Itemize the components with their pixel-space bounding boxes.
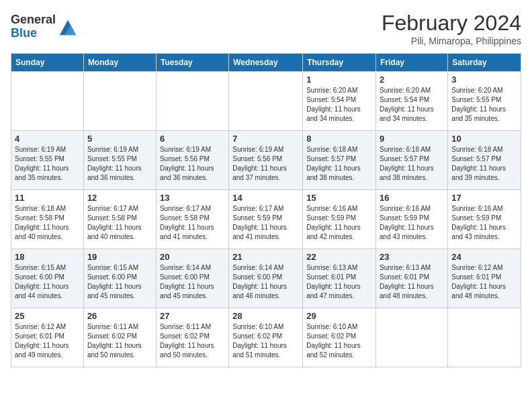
day-info: Sunrise: 6:20 AM Sunset: 5:55 PM Dayligh… [451,86,517,124]
day-info: Sunrise: 6:15 AM Sunset: 6:00 PM Dayligh… [15,263,80,301]
header-wednesday: Wednesday [229,54,303,72]
header-thursday: Thursday [303,54,376,72]
day-number: 27 [160,311,225,321]
day-info: Sunrise: 6:10 AM Sunset: 6:02 PM Dayligh… [232,322,299,360]
header-row: SundayMondayTuesdayWednesdayThursdayFrid… [11,54,521,72]
logo-icon [58,17,77,36]
day-number: 12 [87,193,152,203]
day-info: Sunrise: 6:19 AM Sunset: 5:55 PM Dayligh… [87,145,152,183]
day-number: 16 [380,193,444,203]
day-info: Sunrise: 6:16 AM Sunset: 5:59 PM Dayligh… [451,204,517,242]
day-number: 28 [232,311,299,321]
day-info: Sunrise: 6:17 AM Sunset: 5:58 PM Dayligh… [87,204,152,242]
day-info: Sunrise: 6:16 AM Sunset: 5:59 PM Dayligh… [306,204,372,242]
calendar-cell: 2Sunrise: 6:20 AM Sunset: 5:54 PM Daylig… [376,72,448,131]
day-number: 2 [380,75,444,85]
page-header: General Blue February 2024 Pili, Mimarop… [11,11,521,46]
day-info: Sunrise: 6:17 AM Sunset: 5:58 PM Dayligh… [160,204,225,242]
calendar-cell: 23Sunrise: 6:13 AM Sunset: 6:01 PM Dayli… [376,249,448,308]
day-info: Sunrise: 6:13 AM Sunset: 6:01 PM Dayligh… [380,263,444,301]
day-info: Sunrise: 6:20 AM Sunset: 5:54 PM Dayligh… [306,86,372,124]
logo-general: General [11,13,56,27]
calendar-cell [83,72,156,131]
logo-blue: Blue [11,27,56,40]
day-number: 3 [451,75,517,85]
day-number: 5 [87,134,152,144]
calendar-cell: 9Sunrise: 6:18 AM Sunset: 5:57 PM Daylig… [376,131,448,190]
logo: General Blue [11,13,77,40]
header-monday: Monday [83,54,156,72]
calendar-cell: 3Sunrise: 6:20 AM Sunset: 5:55 PM Daylig… [448,72,521,131]
calendar-cell: 29Sunrise: 6:10 AM Sunset: 6:02 PM Dayli… [303,308,376,367]
day-number: 14 [232,193,299,203]
day-info: Sunrise: 6:12 AM Sunset: 6:01 PM Dayligh… [15,322,80,360]
header-sunday: Sunday [11,54,84,72]
calendar-cell: 10Sunrise: 6:18 AM Sunset: 5:57 PM Dayli… [448,131,521,190]
day-info: Sunrise: 6:11 AM Sunset: 6:02 PM Dayligh… [160,322,225,360]
title-area: February 2024 Pili, Mimaropa, Philippine… [382,11,521,46]
header-tuesday: Tuesday [156,54,228,72]
day-number: 7 [232,134,299,144]
calendar-cell: 5Sunrise: 6:19 AM Sunset: 5:55 PM Daylig… [83,131,156,190]
calendar-cell: 8Sunrise: 6:18 AM Sunset: 5:57 PM Daylig… [303,131,376,190]
day-number: 4 [15,134,80,144]
calendar-cell: 12Sunrise: 6:17 AM Sunset: 5:58 PM Dayli… [83,190,156,249]
calendar-cell [156,72,228,131]
day-number: 26 [87,311,152,321]
day-number: 29 [306,311,372,321]
calendar-cell: 27Sunrise: 6:11 AM Sunset: 6:02 PM Dayli… [156,308,228,367]
day-info: Sunrise: 6:11 AM Sunset: 6:02 PM Dayligh… [87,322,152,360]
day-number: 20 [160,252,225,262]
calendar-cell: 13Sunrise: 6:17 AM Sunset: 5:58 PM Dayli… [156,190,228,249]
calendar-cell: 21Sunrise: 6:14 AM Sunset: 6:00 PM Dayli… [229,249,303,308]
calendar-cell: 28Sunrise: 6:10 AM Sunset: 6:02 PM Dayli… [229,308,303,367]
calendar-week-5: 25Sunrise: 6:12 AM Sunset: 6:01 PM Dayli… [11,308,521,367]
day-number: 18 [15,252,80,262]
day-number: 25 [15,311,80,321]
day-info: Sunrise: 6:16 AM Sunset: 5:59 PM Dayligh… [380,204,444,242]
calendar-cell [376,308,448,367]
day-number: 9 [380,134,444,144]
header-saturday: Saturday [448,54,521,72]
calendar-week-1: 1Sunrise: 6:20 AM Sunset: 5:54 PM Daylig… [11,72,521,131]
day-info: Sunrise: 6:13 AM Sunset: 6:01 PM Dayligh… [306,263,372,301]
day-info: Sunrise: 6:18 AM Sunset: 5:57 PM Dayligh… [306,145,372,183]
calendar-cell: 16Sunrise: 6:16 AM Sunset: 5:59 PM Dayli… [376,190,448,249]
day-info: Sunrise: 6:14 AM Sunset: 6:00 PM Dayligh… [232,263,299,301]
calendar-cell [229,72,303,131]
day-number: 19 [87,252,152,262]
calendar-cell [11,72,84,131]
day-number: 1 [306,75,372,85]
day-number: 22 [306,252,372,262]
month-title: February 2024 [382,11,521,36]
day-info: Sunrise: 6:15 AM Sunset: 6:00 PM Dayligh… [87,263,152,301]
day-info: Sunrise: 6:18 AM Sunset: 5:57 PM Dayligh… [451,145,517,183]
day-number: 21 [232,252,299,262]
day-number: 23 [380,252,444,262]
calendar-cell [448,308,521,367]
day-info: Sunrise: 6:14 AM Sunset: 6:00 PM Dayligh… [160,263,225,301]
day-info: Sunrise: 6:12 AM Sunset: 6:01 PM Dayligh… [451,263,517,301]
location: Pili, Mimaropa, Philippines [382,36,521,46]
calendar-cell: 19Sunrise: 6:15 AM Sunset: 6:00 PM Dayli… [83,249,156,308]
calendar-week-4: 18Sunrise: 6:15 AM Sunset: 6:00 PM Dayli… [11,249,521,308]
calendar-cell: 11Sunrise: 6:18 AM Sunset: 5:58 PM Dayli… [11,190,84,249]
calendar: SundayMondayTuesdayWednesdayThursdayFrid… [11,53,521,367]
calendar-cell: 17Sunrise: 6:16 AM Sunset: 5:59 PM Dayli… [448,190,521,249]
day-info: Sunrise: 6:18 AM Sunset: 5:58 PM Dayligh… [15,204,80,242]
calendar-week-3: 11Sunrise: 6:18 AM Sunset: 5:58 PM Dayli… [11,190,521,249]
day-info: Sunrise: 6:20 AM Sunset: 5:54 PM Dayligh… [380,86,444,124]
day-info: Sunrise: 6:19 AM Sunset: 5:56 PM Dayligh… [232,145,299,183]
day-number: 8 [306,134,372,144]
calendar-cell: 26Sunrise: 6:11 AM Sunset: 6:02 PM Dayli… [83,308,156,367]
calendar-cell: 4Sunrise: 6:19 AM Sunset: 5:55 PM Daylig… [11,131,84,190]
calendar-cell: 14Sunrise: 6:17 AM Sunset: 5:59 PM Dayli… [229,190,303,249]
calendar-body: 1Sunrise: 6:20 AM Sunset: 5:54 PM Daylig… [11,72,521,367]
calendar-cell: 7Sunrise: 6:19 AM Sunset: 5:56 PM Daylig… [229,131,303,190]
day-info: Sunrise: 6:10 AM Sunset: 6:02 PM Dayligh… [306,322,372,360]
calendar-cell: 6Sunrise: 6:19 AM Sunset: 5:56 PM Daylig… [156,131,228,190]
day-info: Sunrise: 6:17 AM Sunset: 5:59 PM Dayligh… [232,204,299,242]
calendar-week-2: 4Sunrise: 6:19 AM Sunset: 5:55 PM Daylig… [11,131,521,190]
day-info: Sunrise: 6:18 AM Sunset: 5:57 PM Dayligh… [380,145,444,183]
calendar-cell: 22Sunrise: 6:13 AM Sunset: 6:01 PM Dayli… [303,249,376,308]
